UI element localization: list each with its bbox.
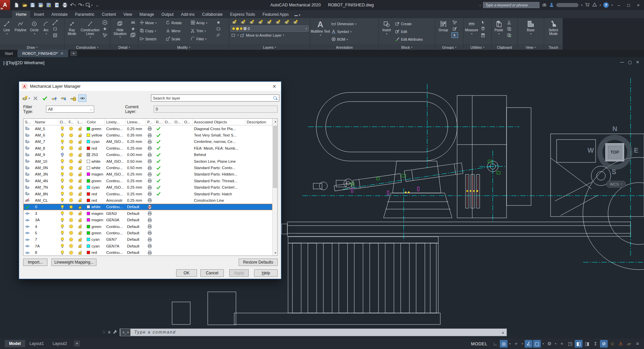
layer-row-AM_CL[interactable]: AM_CLredAmconstr0.25 mmConstruction Line: [24, 197, 272, 203]
save-icon[interactable]: [29, 1, 36, 9]
clean-screen-toggle[interactable]: ▱: [625, 340, 633, 348]
select-mode-button[interactable]: Select Mode: [546, 19, 562, 44]
color-cell[interactable]: magen: [85, 217, 105, 223]
color-cell[interactable]: cyan: [85, 243, 105, 249]
panel-label-modify[interactable]: Modify▾: [138, 44, 229, 50]
on-off-bulb-icon[interactable]: [58, 243, 67, 249]
on-off-bulb-icon[interactable]: [58, 184, 67, 191]
layer-row-5[interactable]: 5greenContinu...Default: [24, 230, 272, 236]
viewcube-south[interactable]: S: [612, 168, 616, 176]
viewport-controls-label[interactable]: [-][Top][2D Wireframe]: [3, 61, 44, 65]
ribbon-tab-home[interactable]: Home: [12, 11, 30, 18]
help-search-input[interactable]: Type a keyword or phrase: [483, 2, 539, 8]
viewport-minimize-icon[interactable]: —: [620, 60, 624, 65]
column-header-2[interactable]: O...: [58, 119, 67, 125]
set-current-button[interactable]: [41, 94, 49, 102]
ortho-mode-caret-icon[interactable]: ▾: [521, 342, 524, 345]
color-cell[interactable]: white: [85, 158, 105, 164]
circle-constr-icon[interactable]: [102, 20, 108, 25]
edit-button[interactable]: Edit: [394, 29, 424, 35]
layer-row-AM_7N[interactable]: AM_7NcyanAM_ISO...0.25 mmStandard Parts:…: [24, 184, 272, 191]
freeze-sun-icon[interactable]: [67, 145, 76, 151]
minimize-button[interactable]: –: [615, 3, 622, 8]
move-to-another-layer-button[interactable]: ▾ Move to Another Layer▾: [230, 32, 309, 38]
line-button[interactable]: Line▾: [0, 19, 13, 44]
command-input[interactable]: >_▾ Type a command ▲: [120, 328, 507, 336]
ribbon-tab-content[interactable]: Content: [98, 11, 120, 18]
layer-row-AM_0N[interactable]: AM_0NwhiteContinu...0.50 mmStandard Part…: [24, 164, 272, 171]
dimension-button[interactable]: Dimension▾: [330, 21, 357, 27]
freeze-sun-icon[interactable]: [67, 249, 76, 256]
column-header-14[interactable]: Description: [245, 119, 272, 125]
panel-label-groups[interactable]: Groups▾: [435, 44, 463, 50]
color-cell[interactable]: magen: [85, 210, 105, 217]
ok-button[interactable]: OK: [176, 269, 197, 277]
freeze-sun-icon[interactable]: [67, 236, 76, 243]
rectangle-icon[interactable]: [52, 26, 58, 32]
layer-row-AM_9[interactable]: AM_9253Continu...0.00 mmBehind: [24, 152, 272, 158]
settings-gear-caret-icon[interactable]: ▾: [554, 342, 557, 345]
divide-icon[interactable]: [52, 20, 58, 25]
collapse-search-icon[interactable]: ›: [480, 3, 481, 7]
close-button[interactable]: ×: [635, 3, 642, 8]
layer-row-7A[interactable]: 7AcyanGEN7ADefault: [24, 243, 272, 249]
maximize-button[interactable]: □: [625, 3, 632, 8]
lock-icon[interactable]: [76, 197, 85, 203]
ribbon-tab-output[interactable]: Output: [158, 11, 177, 18]
detail-aa-icon[interactable]: [130, 20, 136, 25]
plot-icon[interactable]: [146, 152, 155, 158]
cut-icon[interactable]: [506, 20, 513, 25]
lock-icon[interactable]: [76, 145, 85, 151]
explode-icon[interactable]: [215, 26, 222, 32]
mirror-button[interactable]: Mirror: [165, 28, 190, 34]
layer-states-icon[interactable]: [239, 19, 247, 25]
layer-freeze-icon[interactable]: [266, 19, 273, 25]
layer-row-AM_8N[interactable]: AM_8NredContinu...0.25 mmStandard Parts:…: [24, 191, 272, 197]
color-cell[interactable]: magen: [85, 171, 105, 178]
trim-button[interactable]: Trim▾: [190, 28, 215, 34]
array-button[interactable]: Array▾: [190, 20, 215, 26]
snap-mode-caret-icon[interactable]: ▾: [508, 342, 512, 345]
filter-type-select[interactable]: All⌄: [46, 106, 94, 113]
performance-warning-toggle[interactable]: ⚠: [617, 340, 625, 348]
viewport-close-icon[interactable]: ✕: [636, 60, 639, 65]
panel-label-detail[interactable]: Detail▾: [110, 44, 138, 50]
color-cell[interactable]: red: [85, 191, 105, 197]
layer-unisolate-icon[interactable]: [257, 19, 264, 25]
help-caret-icon[interactable]: ▾: [611, 4, 613, 7]
plot-icon[interactable]: [146, 164, 155, 171]
lock-icon[interactable]: [76, 236, 85, 243]
layer-row-0[interactable]: 0whiteContinu...Default: [24, 204, 272, 210]
group-button[interactable]: Group: [436, 19, 451, 44]
freeze-sun-icon[interactable]: [67, 164, 76, 171]
save-as-icon[interactable]: [37, 1, 44, 9]
freeze-sun-icon[interactable]: [67, 178, 76, 184]
layer-up-button[interactable]: [50, 94, 58, 102]
current-layer-field[interactable]: 0: [154, 106, 278, 113]
plot-icon[interactable]: [146, 217, 155, 223]
column-header-7[interactable]: Linew...: [126, 119, 146, 125]
paste-special-icon[interactable]: [506, 32, 513, 38]
quick-select-icon[interactable]: [480, 20, 486, 25]
on-off-bulb-icon[interactable]: [58, 164, 67, 171]
help-button[interactable]: Help: [254, 269, 278, 277]
copy-button[interactable]: Copy▾: [139, 28, 165, 34]
on-off-bulb-icon[interactable]: [58, 230, 67, 236]
scroll-up-icon[interactable]: ▲: [273, 119, 278, 124]
panel-label-layers[interactable]: Layers▾: [229, 44, 310, 50]
lock-icon[interactable]: [76, 139, 85, 145]
customization-menu-toggle[interactable]: ≡: [634, 340, 641, 348]
command-history-icon[interactable]: ▲: [501, 331, 507, 334]
lock-icon[interactable]: [76, 171, 85, 178]
multiline-text-button[interactable]: A Multiline Text▾: [311, 19, 330, 44]
lock-icon[interactable]: [76, 249, 85, 256]
lock-icon[interactable]: [76, 204, 85, 210]
panel-label-block[interactable]: Block▾: [379, 44, 435, 50]
freeze-sun-icon[interactable]: [67, 171, 76, 178]
layer-row-AM_5[interactable]: AM_5greenContinu...0.25 mmDiagonal Cross…: [24, 125, 272, 132]
layer-down-button[interactable]: [59, 94, 68, 102]
plot-icon[interactable]: [146, 139, 155, 145]
plot-icon[interactable]: [146, 158, 155, 164]
column-header-8[interactable]: P...: [146, 119, 155, 125]
layer-row-AM_6[interactable]: AM_6yellowContinu...0.35 mmText Very Sma…: [24, 132, 272, 138]
